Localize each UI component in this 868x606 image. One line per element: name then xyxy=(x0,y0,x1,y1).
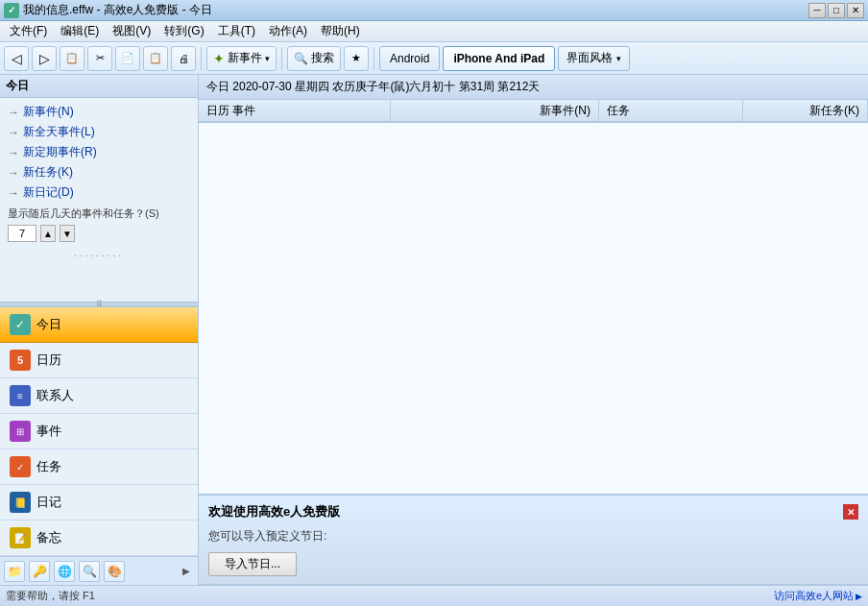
sidebar-btn-key[interactable]: 🔑 xyxy=(29,561,50,582)
content-table: 日历 事件 新事件(N) 任务 新任务(K) xyxy=(199,100,868,494)
menu-file[interactable]: 文件(F) xyxy=(4,21,53,41)
menu-action[interactable]: 动作(A) xyxy=(263,21,313,41)
days-input[interactable] xyxy=(8,225,36,242)
sidebar-btn-search[interactable]: 🔍 xyxy=(79,561,100,582)
sidebar-more-arrow[interactable]: ▶ xyxy=(179,561,194,582)
iphone-tab[interactable]: iPhone And iPad xyxy=(443,46,555,71)
today-content: → 新事件(N) → 新全天事件(L) → 新定期事件(R) → 新任务(K) … xyxy=(0,98,198,302)
ui-style-label: 界面风格 xyxy=(567,50,613,66)
arrow-icon-3: → xyxy=(8,146,19,159)
contacts-nav-icon: ≡ xyxy=(10,385,31,406)
welcome-body: 您可以导入预定义节日: xyxy=(208,528,858,545)
new-task-label: 新任务(K) xyxy=(23,164,73,181)
col-header-new-event[interactable]: 新事件(N) xyxy=(391,100,599,121)
tasks-nav-icon: ✓ xyxy=(10,456,31,477)
welcome-title: 欢迎使用高效e人免费版 xyxy=(208,503,340,521)
nav-today[interactable]: ✓ 今日 xyxy=(0,307,198,343)
paste-button[interactable]: 📋 xyxy=(143,46,168,71)
status-right-link[interactable]: 访问高效e人网站 ▶ xyxy=(774,589,862,603)
toolbar-sep-1 xyxy=(201,47,202,70)
menu-bar: 文件(F) 编辑(E) 视图(V) 转到(G) 工具(T) 动作(A) 帮助(H… xyxy=(0,21,868,42)
maximize-button[interactable]: □ xyxy=(828,3,845,18)
days-down-arrow[interactable]: ▼ xyxy=(60,225,75,242)
content-area: 今日 2020-07-30 星期四 农历庚子年(鼠)六月初十 第31周 第212… xyxy=(199,75,868,585)
new-recurring-action[interactable]: → 新定期事件(R) xyxy=(0,142,198,162)
new-task-action[interactable]: → 新任务(K) xyxy=(0,162,198,182)
col-cal-event-label: 日历 事件 xyxy=(206,103,255,119)
today-panel-header: 今日 xyxy=(0,75,198,98)
android-tab[interactable]: Android xyxy=(379,46,440,71)
close-button[interactable]: ✕ xyxy=(847,3,864,18)
arrow-icon-2: → xyxy=(8,126,19,139)
new-allday-label: 新全天事件(L) xyxy=(23,124,95,140)
nav-tasks[interactable]: ✓ 任务 xyxy=(0,449,198,485)
title-text: 我的信息.effw - 高效e人免费版 - 今日 xyxy=(23,2,212,18)
nav-contacts-label: 联系人 xyxy=(36,387,74,404)
toolbar: ◁ ▷ 📋 ✂ 📄 📋 🖨 ✦ 新事件 ▾ 🔍 搜索 ★ Android iPh… xyxy=(0,42,868,75)
nav-diary-label: 日记 xyxy=(36,494,61,511)
nav-diary[interactable]: 📒 日记 xyxy=(0,485,198,521)
menu-edit[interactable]: 编辑(E) xyxy=(55,21,105,41)
welcome-header: 欢迎使用高效e人免费版 ✕ xyxy=(208,503,858,521)
forward-button[interactable]: ▷ xyxy=(32,46,57,71)
ui-style-button[interactable]: 界面风格 ▾ xyxy=(558,46,630,71)
print-button[interactable]: 🖨 xyxy=(171,46,196,71)
new-diary-action[interactable]: → 新日记(D) xyxy=(0,182,198,203)
ui-style-dropdown-icon: ▾ xyxy=(616,54,621,63)
status-right-label: 访问高效e人网站 xyxy=(774,589,854,603)
title-bar: ✓ 我的信息.effw - 高效e人免费版 - 今日 ─ □ ✕ xyxy=(0,0,868,21)
sidebar-btn-color[interactable]: 🎨 xyxy=(104,561,125,582)
main-layout: 今日 → 新事件(N) → 新全天事件(L) → 新定期事件(R) → 新任务(… xyxy=(0,75,868,585)
new-event-action[interactable]: → 新事件(N) xyxy=(0,102,198,122)
title-controls: ─ □ ✕ xyxy=(808,3,864,18)
new-event-label: 新事件 xyxy=(228,50,262,66)
minimize-button[interactable]: ─ xyxy=(808,3,826,18)
nav-events-label: 事件 xyxy=(36,423,61,440)
nav-contacts[interactable]: ≡ 联系人 xyxy=(0,378,198,414)
back-button[interactable]: ◁ xyxy=(4,46,29,71)
show-days-label: 显示随后几天的事件和任务？(S) xyxy=(0,203,198,223)
new-event-button[interactable]: ✦ 新事件 ▾ xyxy=(206,46,277,71)
col-new-task-label: 新任务(K) xyxy=(809,103,859,119)
new-allday-action[interactable]: → 新全天事件(L) xyxy=(0,122,198,142)
menu-tools[interactable]: 工具(T) xyxy=(212,21,261,41)
nav-memo-label: 备忘 xyxy=(36,529,61,546)
welcome-panel: 欢迎使用高效e人免费版 ✕ 您可以导入预定义节日: 导入节日... xyxy=(199,494,868,585)
days-up-arrow[interactable]: ▲ xyxy=(40,225,56,242)
new-diary-label: 新日记(D) xyxy=(23,184,74,201)
col-header-new-task[interactable]: 新任务(K) xyxy=(743,100,868,121)
nav-items: ✓ 今日 5 日历 ≡ 联系人 ⊞ 事件 ✓ 任务 📒 日记 xyxy=(0,307,198,556)
status-bar: 需要帮助，请按 F1 访问高效e人网站 ▶ xyxy=(0,585,868,606)
cut-button[interactable]: ✂ xyxy=(87,46,112,71)
sidebar-bottom: 📁 🔑 🌐 🔍 🎨 ▶ xyxy=(0,556,198,585)
menu-goto[interactable]: 转到(G) xyxy=(158,21,209,41)
table-body[interactable] xyxy=(199,123,868,494)
nav-calendar-label: 日历 xyxy=(36,351,61,369)
search-button[interactable]: 🔍 搜索 xyxy=(287,46,341,71)
show-days-row: ▲ ▼ xyxy=(0,223,198,244)
toolbar-icon-3[interactable]: 📋 xyxy=(60,46,84,71)
search-icon: 🔍 xyxy=(294,52,308,65)
menu-view[interactable]: 视图(V) xyxy=(107,21,157,41)
import-holidays-button[interactable]: 导入节日... xyxy=(208,552,297,576)
nav-events[interactable]: ⊞ 事件 xyxy=(0,414,198,449)
sidebar-btn-web[interactable]: 🌐 xyxy=(54,561,75,582)
content-header: 今日 2020-07-30 星期四 农历庚子年(鼠)六月初十 第31周 第212… xyxy=(199,75,868,100)
col-header-cal-event: 日历 事件 xyxy=(199,100,391,121)
toolbar-star[interactable]: ★ xyxy=(344,46,369,71)
memo-nav-icon: 📝 xyxy=(10,527,31,548)
status-left-text: 需要帮助，请按 F1 xyxy=(6,589,95,603)
nav-memo[interactable]: 📝 备忘 xyxy=(0,521,198,556)
diary-nav-icon: 📒 xyxy=(10,492,31,513)
menu-help[interactable]: 帮助(H) xyxy=(315,21,366,41)
nav-today-label: 今日 xyxy=(36,316,61,333)
nav-calendar[interactable]: 5 日历 xyxy=(0,343,198,378)
sidebar-btn-folder[interactable]: 📁 xyxy=(4,561,25,582)
calendar-nav-icon: 5 xyxy=(10,350,31,371)
welcome-close-button[interactable]: ✕ xyxy=(843,504,858,520)
search-label: 搜索 xyxy=(311,50,334,66)
toolbar-sep-3 xyxy=(374,47,374,70)
new-event-dropdown-icon: ▾ xyxy=(265,54,270,63)
col-header-task: 任务 xyxy=(599,100,743,121)
copy-button[interactable]: 📄 xyxy=(115,46,140,71)
